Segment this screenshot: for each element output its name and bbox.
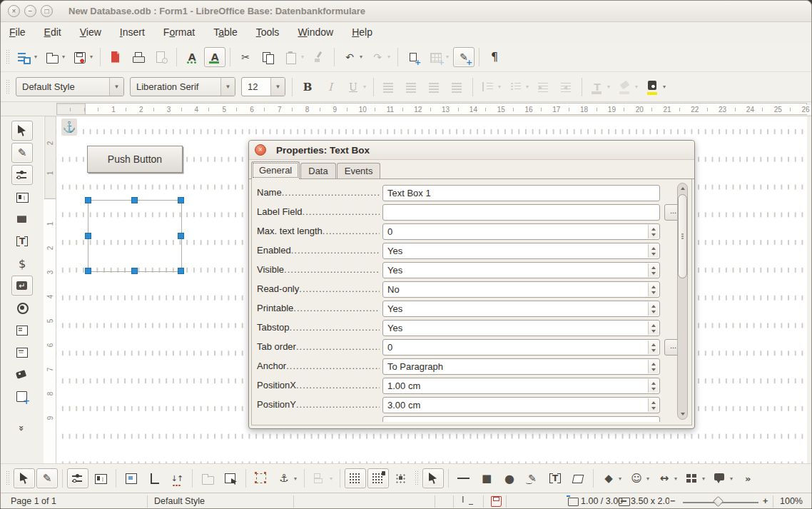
spin-up-icon[interactable] — [651, 305, 656, 308]
design-mode-button[interactable]: ✎ — [11, 143, 33, 163]
spin-buttons[interactable] — [648, 225, 659, 238]
zoom-level-label[interactable]: 100% — [780, 496, 803, 506]
activation-order-button[interactable]: ↓↑ — [166, 468, 188, 488]
label-field-field[interactable] — [382, 204, 660, 221]
selected-text-box-control[interactable] — [88, 200, 182, 272]
size-indicator[interactable] — [617, 495, 631, 509]
menu-window[interactable]: Window — [298, 26, 333, 38]
horizontal-ruler[interactable]: 1234567891011121314151617181920212223242… — [1, 102, 811, 116]
spin-up-icon[interactable] — [651, 247, 656, 250]
spin-up-icon[interactable] — [651, 324, 656, 327]
form-properties-button[interactable] — [121, 468, 142, 488]
copy-button[interactable] — [258, 47, 279, 67]
dropdown-caret-icon[interactable]: ▾ — [619, 475, 621, 482]
menu-insert[interactable]: Insert — [120, 26, 145, 38]
tabstop-field[interactable]: Yes — [382, 320, 660, 336]
text-box-button[interactable]: T — [11, 231, 33, 251]
zoom-out-button[interactable]: − — [670, 496, 675, 506]
dropdown-caret-icon[interactable]: ▾ — [363, 84, 366, 90]
selection-handle[interactable] — [131, 197, 138, 203]
helplines-while-moving-button[interactable] — [390, 468, 412, 488]
dropdown-caret-icon[interactable]: ▾ — [674, 475, 677, 482]
zoom-slider-handle[interactable] — [713, 496, 724, 508]
vertical-ruler[interactable]: 21123456789 — [44, 116, 56, 463]
chevron-down-icon[interactable]: ▼ — [270, 78, 285, 96]
rectangle-button[interactable]: ■ — [476, 468, 497, 488]
tab-order-field[interactable]: 0 — [382, 339, 660, 356]
toolbar-drag-handle[interactable] — [6, 470, 11, 486]
chevron-down-icon[interactable]: ▼ — [109, 78, 123, 96]
selection-handle[interactable] — [85, 233, 91, 239]
positiony-field[interactable]: 3.00 cm — [382, 397, 660, 413]
select-button[interactable] — [11, 121, 33, 141]
spin-buttons[interactable] — [648, 341, 659, 354]
select-button[interactable] — [14, 468, 35, 488]
combo-box-button[interactable] — [11, 342, 33, 362]
positionx-field[interactable]: 1.00 cm — [382, 378, 660, 394]
spin-up-icon[interactable] — [651, 343, 656, 346]
printable-field[interactable]: Yes — [382, 301, 660, 317]
control-wizards-button[interactable] — [11, 165, 33, 185]
menu-file[interactable]: File — [9, 26, 26, 38]
spin-up-icon[interactable] — [651, 363, 656, 366]
zoom-in-button[interactable]: + — [763, 496, 768, 506]
insert-bookmark-button[interactable] — [402, 47, 424, 67]
dropdown-caret-icon[interactable]: ▾ — [526, 84, 529, 90]
anchor-field[interactable]: To Paragraph — [382, 358, 660, 375]
new-form-document-button[interactable]: ▾ — [14, 47, 40, 67]
toolbar-drag-handle[interactable] — [415, 470, 420, 486]
dropdown-caret-icon[interactable]: ▾ — [663, 84, 666, 90]
flowchart-shapes-button[interactable]: ▾ — [681, 468, 708, 488]
spin-buttons[interactable] — [648, 244, 659, 258]
tab-events[interactable]: Events — [337, 163, 381, 179]
polygon-button[interactable] — [567, 468, 589, 488]
close-button[interactable]: × — [8, 5, 20, 17]
push-button-button[interactable] — [11, 209, 33, 229]
dropdown-caret-icon[interactable]: ▾ — [446, 54, 449, 60]
dropdown-caret-icon[interactable]: ▾ — [387, 54, 390, 60]
scroll-down-icon[interactable] — [678, 409, 687, 419]
spin-buttons[interactable] — [648, 398, 659, 412]
formatted-field-button[interactable]: ↵ — [11, 276, 33, 296]
ellipse-button[interactable]: ● — [499, 468, 520, 488]
maximize-button[interactable]: □ — [41, 5, 53, 17]
form-navigator-button[interactable] — [143, 468, 165, 488]
name-field[interactable]: Text Box 1 — [382, 185, 660, 201]
open-button[interactable]: ▾ — [41, 47, 68, 67]
snap-to-grid-button[interactable] — [367, 468, 389, 488]
selection-mode-indicator[interactable]: I — [462, 495, 476, 507]
cut-button[interactable]: ✂ — [235, 47, 256, 67]
select-drawing-button[interactable] — [422, 468, 444, 488]
spin-down-icon[interactable] — [651, 233, 656, 236]
display-grid-button[interactable] — [345, 468, 366, 488]
dialog-close-button[interactable]: × — [255, 144, 266, 156]
dropdown-caret-icon[interactable]: ▾ — [360, 54, 362, 60]
dropdown-caret-icon[interactable]: ▾ — [635, 84, 638, 90]
position-indicator[interactable] — [567, 495, 581, 509]
formatting-marks-button[interactable]: ¶ — [484, 47, 505, 67]
print-button[interactable] — [128, 47, 149, 67]
max-text-length-field[interactable]: 0 — [382, 223, 660, 240]
spin-buttons[interactable] — [648, 263, 659, 277]
auto-spellcheck-button[interactable]: A — [204, 47, 225, 67]
control-wizards-button[interactable] — [67, 468, 88, 488]
scroll-up-icon[interactable] — [678, 183, 687, 193]
toolbar-drag-handle[interactable] — [6, 49, 11, 65]
spin-up-icon[interactable] — [651, 382, 656, 385]
menu-table[interactable]: Table — [213, 26, 237, 38]
dropdown-caret-icon[interactable]: ▾ — [34, 54, 37, 60]
callout-shapes-button[interactable]: ▾ — [709, 468, 736, 488]
selection-handle[interactable] — [178, 268, 184, 274]
label-field-button[interactable] — [11, 187, 33, 207]
spin-buttons[interactable] — [648, 360, 659, 373]
bold-button[interactable]: B — [297, 77, 318, 97]
option-button-button[interactable] — [11, 298, 33, 318]
change-anchor-button[interactable]: ⚓▾ — [273, 468, 300, 488]
menu-edit[interactable]: Edit — [44, 26, 61, 38]
spin-down-icon[interactable] — [651, 388, 656, 390]
enabled-field[interactable]: Yes — [382, 243, 660, 259]
spin-down-icon[interactable] — [651, 253, 656, 256]
spin-down-icon[interactable] — [651, 330, 656, 333]
chevron-down-icon[interactable]: ▼ — [220, 78, 235, 96]
spin-buttons[interactable] — [648, 379, 659, 393]
